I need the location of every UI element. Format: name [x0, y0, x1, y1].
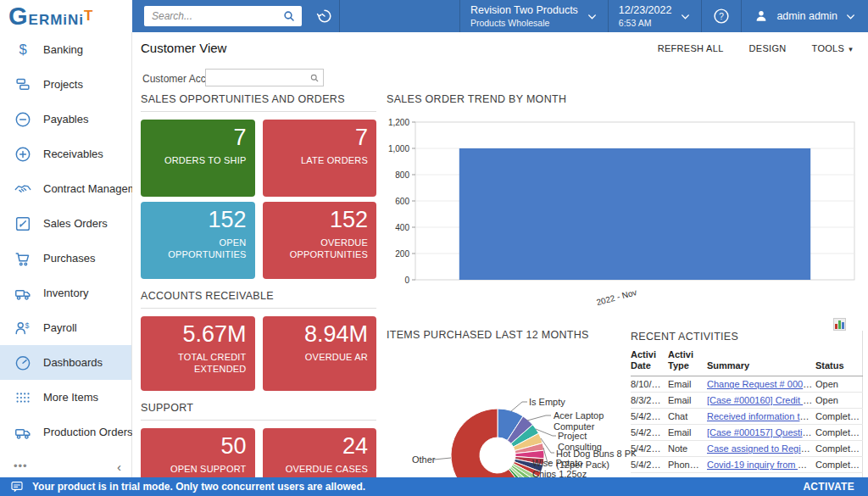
- kpi-tile-overdue-ar[interactable]: 8.94M OVERDUE AR: [263, 316, 377, 391]
- sidebar-item-receivables[interactable]: Receivables: [0, 137, 131, 171]
- kpi-tile-overdue-opportunities[interactable]: 152 OVERDUE OPPORTUNITIES: [263, 202, 377, 279]
- col-header-summary[interactable]: Summary: [707, 349, 815, 376]
- col-header-activity-type[interactable]: Activi Type: [668, 349, 707, 376]
- sidebar-item-inventory[interactable]: Inventory: [0, 276, 131, 310]
- sidebar-item-payables[interactable]: Payables: [0, 102, 131, 137]
- main-content: Customer View REFRESH ALL DESIGN TOOLS C…: [132, 32, 868, 496]
- donut-label-is-empty: Is Empty: [529, 397, 565, 408]
- table-row: 8/10/… Email Change Request # 00000… Ope…: [631, 376, 863, 393]
- svg-text:200: 200: [395, 249, 409, 259]
- recent-activities-widget: RECENT ACTIVITIES Activi Date Activi Typ…: [631, 331, 863, 489]
- business-date-selector[interactable]: 12/23/2022 6:53 AM: [609, 0, 702, 32]
- kpi-tile-late-orders[interactable]: 7 LATE ORDERS: [263, 120, 377, 197]
- truck-icon: [14, 423, 32, 442]
- handshake-icon: [14, 180, 32, 198]
- svg-text:?: ?: [720, 12, 725, 21]
- customer-account-id-field: [205, 69, 324, 86]
- user-menu[interactable]: admin admin: [742, 0, 868, 32]
- activity-link[interactable]: [Case #000157] Question …: [707, 427, 815, 437]
- bar-chart-canvas: 02004006008001,0001,2002022 - Nov: [387, 112, 861, 311]
- layers-icon: [14, 75, 32, 94]
- kpi-tile-total-credit[interactable]: 5.67M TOTAL CREDIT EXTENDED: [141, 316, 255, 391]
- table-row: 8/3/2… Email [Case #000160] Credit Ho… O…: [631, 393, 863, 409]
- plus-circle-icon: [14, 145, 32, 164]
- app-logo[interactable]: GERMiNiT: [0, 0, 132, 32]
- activity-link[interactable]: Case assigned to Regina …: [707, 443, 815, 454]
- activities-table: Activi Date Activi Type Summary Status 8…: [631, 349, 863, 489]
- edit-square-icon: [14, 215, 32, 233]
- shopping-cart-icon: [14, 249, 32, 268]
- help-button[interactable]: ?: [702, 0, 741, 32]
- sidebar-item-purchases[interactable]: Purchases: [0, 241, 131, 276]
- kpi-tile-open-opportunities[interactable]: 152 OPEN OPPORTUNITIES: [141, 202, 255, 279]
- sidebar-item-projects[interactable]: Projects: [0, 67, 131, 102]
- donut-chart-title: ITEMS PURCHASED LAST 12 MONTHS: [387, 329, 629, 341]
- activity-link[interactable]: Covid-19 inquiry from Alta …: [707, 460, 815, 470]
- business-date: 12/23/2022: [619, 4, 672, 18]
- svg-text:2022 - Nov: 2022 - Nov: [595, 287, 637, 307]
- col-header-status[interactable]: Status: [815, 349, 863, 376]
- design-button[interactable]: DESIGN: [749, 43, 787, 53]
- kpi-tile-orders-to-ship[interactable]: 7 ORDERS TO SHIP: [141, 120, 255, 197]
- svg-text:1,000: 1,000: [388, 144, 409, 153]
- global-search: [144, 6, 302, 26]
- branch-name: Products Wholesale: [470, 18, 578, 29]
- recent-history-button[interactable]: [310, 6, 339, 26]
- status-value: Open: [815, 376, 863, 393]
- status-value: Completed: [815, 457, 863, 473]
- company-branch-selector[interactable]: Revision Two Products Products Wholesale: [460, 0, 608, 32]
- topbar-divider: [339, 0, 340, 32]
- svg-text:$: $: [25, 320, 30, 329]
- logo-text: GERMiNi: [8, 4, 84, 29]
- svg-text:600: 600: [395, 197, 409, 206]
- activity-link[interactable]: Received information that …: [707, 411, 815, 421]
- status-value: Completed: [815, 409, 863, 425]
- sidebar-item-more-items[interactable]: More Items: [0, 380, 131, 415]
- collapse-sidebar-icon[interactable]: ‹: [117, 460, 121, 474]
- business-time: 6:53 AM: [619, 18, 672, 29]
- kpi-column: SALES OPPORTUNITIES AND ORDERS 7 ORDERS …: [141, 93, 376, 496]
- sidebar-item-production-orders[interactable]: Production Orders: [0, 415, 131, 449]
- grid-dots-icon: [14, 388, 32, 407]
- svg-text:1,200: 1,200: [388, 118, 409, 127]
- activity-link[interactable]: Change Request # 00000…: [707, 379, 815, 389]
- top-bar: GERMiNiT Revision Two Products Products …: [0, 0, 868, 32]
- section-title-support: SUPPORT: [141, 402, 376, 421]
- search-icon[interactable]: [282, 9, 296, 23]
- user-avatar-icon: [754, 8, 769, 24]
- donut-label-other: Other: [412, 454, 436, 465]
- bar-chart-title: SALES ORDER TREND BY MONTH: [387, 93, 863, 105]
- trial-mode-banner: Your product is in trial mode. Only two …: [0, 477, 868, 496]
- sidebar-nav: $ Banking Projects Payables Receivables: [0, 32, 132, 496]
- company-name: Revision Two Products: [470, 4, 578, 18]
- sales-order-trend-chart: 02004006008001,0001,2002022 - Nov: [387, 112, 861, 332]
- sidebar-item-banking[interactable]: $ Banking: [0, 32, 131, 67]
- activate-button[interactable]: ACTIVATE: [803, 481, 854, 493]
- user-name: admin admin: [776, 10, 837, 22]
- recent-activities-title: RECENT ACTIVITIES: [631, 331, 860, 343]
- minus-circle-icon: [14, 110, 32, 129]
- sidebar-item-payroll[interactable]: $ Payroll: [0, 310, 131, 345]
- activity-link[interactable]: [Case #000160] Credit Ho…: [707, 395, 815, 405]
- section-title-sales-opps: SALES OPPORTUNITIES AND ORDERS: [141, 93, 376, 112]
- refresh-all-button[interactable]: REFRESH ALL: [658, 43, 724, 53]
- sales-kpi-tiles: 7 ORDERS TO SHIP 7 LATE ORDERS 152 OPEN …: [141, 120, 376, 279]
- table-row: 5/4/2… Chat Received information that … …: [631, 409, 863, 425]
- donut-label-acer: Acer Laptop Computer: [554, 410, 626, 432]
- chart-type-icon[interactable]: [833, 318, 846, 331]
- tools-menu-button[interactable]: TOOLS: [812, 43, 853, 53]
- section-title-accounts-receivable: ACCOUNTS RECEIVABLE: [141, 290, 376, 309]
- col-header-activity-date[interactable]: Activi Date: [631, 349, 668, 376]
- status-value: Completed: [815, 425, 863, 441]
- sidebar-item-sales-orders[interactable]: Sales Orders: [0, 206, 131, 241]
- sidebar-item-contract-management[interactable]: Contract Managem…: [0, 171, 131, 206]
- svg-text:0: 0: [404, 276, 409, 285]
- search-input[interactable]: [150, 9, 282, 23]
- message-bubble-icon: [10, 480, 24, 493]
- person-dollar-icon: $: [14, 319, 32, 337]
- customer-account-id-input[interactable]: [209, 71, 309, 85]
- chevron-down-icon: [680, 11, 691, 22]
- more-options-icon[interactable]: •••: [14, 460, 28, 474]
- lookup-magnifier-icon[interactable]: [309, 73, 320, 83]
- sidebar-item-dashboards[interactable]: Dashboards: [0, 345, 131, 380]
